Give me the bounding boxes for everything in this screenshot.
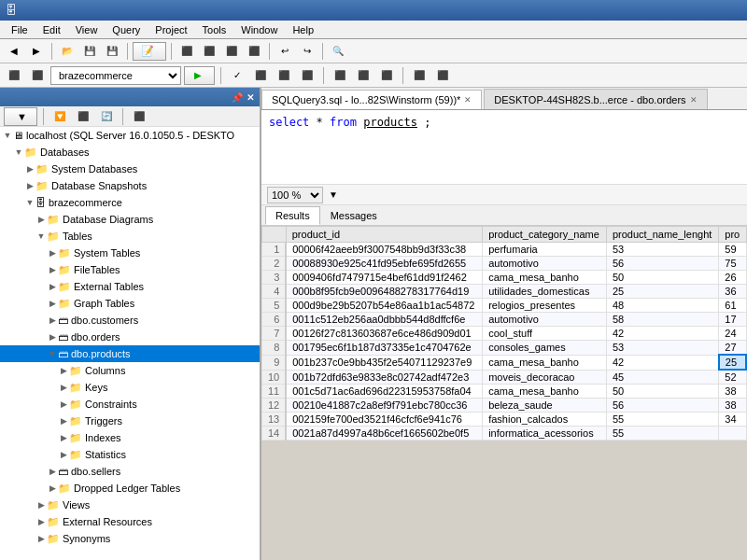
table-row[interactable]: 30009406fd7479715e4bef61dd91f2462cama_me…	[262, 271, 747, 285]
table-cell[interactable]: 53	[606, 341, 718, 356]
table-cell[interactable]: cama_mesa_banho	[483, 271, 607, 285]
menu-item-view[interactable]: View	[68, 22, 106, 37]
table-cell[interactable]: 00006f42aeeb9f3007548bb9d3f33c38	[286, 243, 482, 257]
table-row[interactable]: 5000d9be29b5207b54e86aa1b1ac54872relogio…	[262, 299, 747, 313]
forward-btn[interactable]: ▶	[26, 42, 47, 61]
tree-item[interactable]: ▶📁Synonyms	[0, 530, 260, 547]
table-cell[interactable]: 38	[719, 385, 746, 399]
table-cell[interactable]: cama_mesa_banho	[483, 355, 607, 370]
table-row[interactable]: 13002159fe700ed3521f46cfcf6e941c76fashio…	[262, 413, 747, 427]
table-cell[interactable]: 0021a87d4997a48b6cef1665602be0f5	[286, 427, 482, 441]
table-cell[interactable]: 002159fe700ed3521f46cfcf6e941c76	[286, 413, 482, 427]
results-tab-item[interactable]: Messages	[320, 206, 388, 225]
table-cell[interactable]: perfumaria	[483, 243, 607, 257]
table-cell[interactable]: fashion_calcados	[483, 413, 607, 427]
table-cell[interactable]: 001b72dfd63e9833e8c02742adf472e3	[286, 370, 482, 385]
tree-item[interactable]: ▶📁System Databases	[0, 161, 260, 177]
tb2-btn11[interactable]: ⬛	[432, 66, 453, 85]
execute-button[interactable]: ▶	[184, 66, 215, 85]
menu-item-tools[interactable]: Tools	[195, 22, 234, 37]
table-cell[interactable]: 38	[719, 399, 746, 413]
table-cell[interactable]: 59	[719, 243, 746, 257]
tree-item[interactable]: ▶📁Triggers	[0, 413, 260, 429]
table-cell[interactable]: 36	[719, 285, 746, 299]
table-row[interactable]: 1200210e41887c2a8ef9f791ebc780cc36beleza…	[262, 399, 747, 413]
tb2-btn7[interactable]: ⬛	[330, 66, 350, 85]
table-cell[interactable]: 50	[606, 385, 718, 399]
save-all-btn[interactable]: 💾	[102, 42, 122, 61]
tree-item[interactable]: ▶📁External Resources	[0, 513, 260, 530]
tree-item[interactable]: ▶📁Database Snapshots	[0, 177, 260, 194]
table-cell[interactable]: 34	[719, 413, 746, 427]
table-cell[interactable]: cool_stuff	[483, 327, 607, 341]
menu-item-help[interactable]: Help	[285, 22, 321, 37]
table-row[interactable]: 700126f27c813603687e6ce486d909d01cool_st…	[262, 327, 747, 341]
tree-item[interactable]: ▼📁Tables	[0, 228, 260, 245]
table-row[interactable]: 100006f42aeeb9f3007548bb9d3f33c38perfuma…	[262, 243, 747, 257]
stop-btn[interactable]: ⬛	[73, 107, 93, 126]
table-cell[interactable]: informatica_acessorios	[483, 427, 607, 441]
btn5[interactable]: ↩	[275, 42, 295, 61]
tb2-btn4[interactable]: ⬛	[250, 66, 271, 85]
table-cell[interactable]: 45	[606, 370, 718, 385]
table-cell[interactable]: automotivo	[483, 257, 607, 271]
tb2-btn2[interactable]: ⬛	[27, 66, 48, 85]
zoom-selector[interactable]: 100 %	[267, 187, 323, 203]
table-cell[interactable]: 58	[606, 313, 718, 327]
table-cell[interactable]: 00088930e925c41fd95ebfe695fd2655	[286, 257, 482, 271]
database-selector[interactable]: brazecommerce	[50, 66, 181, 85]
tree-view[interactable]: ▼🖥localhost (SQL Server 16.0.1050.5 - DE…	[0, 127, 260, 560]
table-cell[interactable]: 17	[719, 313, 746, 327]
close-icon[interactable]: ✕	[247, 92, 254, 103]
query-editor[interactable]: select * from products ;	[261, 110, 747, 185]
tree-item[interactable]: ▶📁External Tables	[0, 278, 260, 295]
filter-btn[interactable]: 🔽	[49, 107, 70, 126]
connect-button[interactable]: ▼	[4, 107, 37, 126]
collapse-btn[interactable]: ⬛	[129, 107, 149, 126]
table-cell[interactable]: 0009406fd7479715e4bef61dd91f2462	[286, 271, 482, 285]
tb2-btn1[interactable]: ⬛	[4, 66, 24, 85]
tree-item[interactable]: ▶📁Graph Tables	[0, 295, 260, 312]
menu-item-window[interactable]: Window	[233, 22, 285, 37]
tree-item[interactable]: ▶🗃dbo.sellers	[0, 463, 260, 480]
table-row[interactable]: 200088930e925c41fd95ebfe695fd2655automot…	[262, 257, 747, 271]
tree-item[interactable]: ▶📁Constraints	[0, 396, 260, 413]
tree-item[interactable]: ▶📁Database Diagrams	[0, 211, 260, 228]
tree-item[interactable]: ▶📁Statistics	[0, 446, 260, 463]
table-cell[interactable]: consoles_games	[483, 341, 607, 356]
table-cell[interactable]: 00210e41887c2a8ef9f791ebc780cc36	[286, 399, 482, 413]
menu-item-file[interactable]: File	[4, 22, 35, 37]
zoom-dropdown-btn[interactable]: ▼	[323, 186, 344, 204]
back-btn[interactable]: ◀	[4, 42, 24, 61]
table-cell[interactable]: 53	[606, 243, 718, 257]
query-tab[interactable]: DESKTOP-44SH82S.b...erce - dbo.orders✕	[484, 89, 707, 109]
table-cell[interactable]: utilidades_domesticas	[483, 285, 607, 299]
table-cell[interactable]: 55	[606, 413, 718, 427]
tree-item[interactable]: ▶📁FileTables	[0, 261, 260, 278]
tb2-btn5[interactable]: ⬛	[274, 66, 294, 85]
table-cell[interactable]: 26	[719, 271, 746, 285]
table-cell[interactable]: 48	[606, 299, 718, 313]
data-grid[interactable]: product_idproduct_category_nameproduct_n…	[261, 226, 747, 560]
connect-dropdown-icon[interactable]: ▼	[17, 111, 27, 122]
table-cell[interactable]	[719, 427, 746, 441]
results-tab-item[interactable]: Results	[265, 206, 320, 225]
table-cell[interactable]: 75	[719, 257, 746, 271]
tab-close-icon[interactable]: ✕	[690, 95, 698, 105]
menu-item-project[interactable]: Project	[148, 22, 194, 37]
save-btn[interactable]: 💾	[79, 42, 100, 61]
table-cell[interactable]: 24	[719, 327, 746, 341]
btn3[interactable]: ⬛	[221, 42, 242, 61]
table-cell[interactable]: 000d9be29b5207b54e86aa1b1ac54872	[286, 299, 482, 313]
menu-item-edit[interactable]: Edit	[35, 22, 68, 37]
new-query-button[interactable]: 📝	[133, 42, 166, 61]
table-cell[interactable]: moveis_decoracao	[483, 370, 607, 385]
table-cell[interactable]: 001795ec6f1b187d37335e1c4704762e	[286, 341, 482, 356]
tree-item[interactable]: ▼🗃dbo.products	[0, 345, 260, 362]
query-tab[interactable]: SQLQuery3.sql - lo...82S\Winstorm (59))*…	[261, 90, 482, 110]
refresh-btn[interactable]: 🔄	[96, 107, 117, 126]
menu-item-query[interactable]: Query	[105, 22, 148, 37]
btn6[interactable]: ↪	[297, 42, 317, 61]
tb2-btn3[interactable]: ✓	[227, 66, 247, 85]
tree-item[interactable]: ▶📁Keys	[0, 379, 260, 396]
